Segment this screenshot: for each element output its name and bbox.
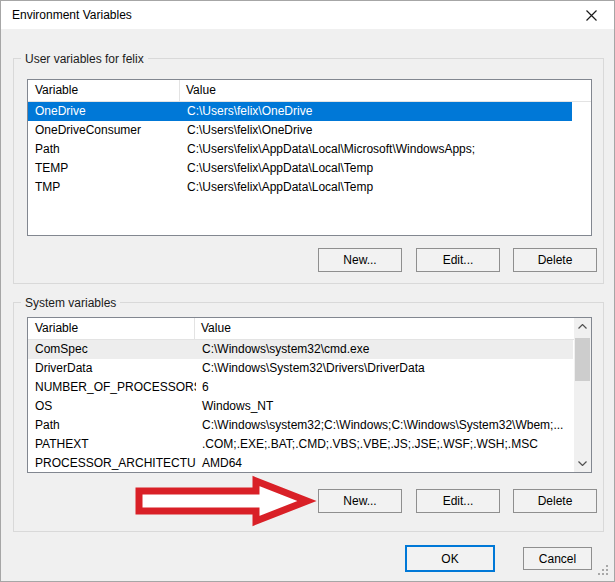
table-body: ComSpec C:\Windows\system32\cmd.exe Driv…: [28, 340, 591, 473]
close-button[interactable]: [569, 1, 614, 29]
scroll-down-button[interactable]: [574, 455, 591, 472]
chevron-down-icon: [578, 461, 587, 466]
user-variables-group-label: User variables for felix: [21, 52, 148, 66]
variable-cell: Path: [28, 140, 181, 159]
value-cell: C:\Users\felix\AppData\Local\Temp: [181, 178, 572, 197]
variable-cell: PATHEXT: [28, 435, 196, 454]
variable-cell: PROCESSOR_ARCHITECTURE: [28, 454, 196, 473]
column-header-value[interactable]: Value: [180, 80, 591, 101]
vertical-scrollbar[interactable]: [574, 318, 591, 472]
user-variables-table: Variable Value OneDrive C:\Users\felix\O…: [27, 79, 592, 236]
variable-cell: NUMBER_OF_PROCESSORS: [28, 378, 196, 397]
table-row[interactable]: Path C:\Users\felix\AppData\Local\Micros…: [28, 140, 572, 159]
table-row[interactable]: TMP C:\Users\felix\AppData\Local\Temp: [28, 178, 572, 197]
table-row[interactable]: Path C:\Windows\system32;C:\Windows;C:\W…: [28, 416, 573, 435]
title-bar: Environment Variables: [1, 1, 614, 29]
system-variables-table: Variable Value ComSpec C:\Windows\system…: [27, 317, 592, 473]
system-delete-button[interactable]: Delete: [513, 489, 597, 513]
cancel-button[interactable]: Cancel: [523, 547, 592, 570]
ok-button[interactable]: OK: [405, 545, 495, 572]
close-icon: [586, 10, 597, 21]
value-cell: Windows_NT: [196, 397, 573, 416]
value-cell: C:\Windows\system32\cmd.exe: [196, 340, 573, 359]
value-cell: AMD64: [196, 454, 573, 473]
table-row[interactable]: ComSpec C:\Windows\system32\cmd.exe: [28, 340, 573, 359]
table-row[interactable]: DriverData C:\Windows\System32\Drivers\D…: [28, 359, 573, 378]
table-header: Variable Value: [28, 80, 591, 102]
window-title: Environment Variables: [12, 1, 132, 29]
system-edit-button[interactable]: Edit...: [416, 489, 500, 513]
resize-grip[interactable]: [596, 563, 609, 576]
variable-cell: ComSpec: [28, 340, 196, 359]
system-new-button[interactable]: New...: [318, 489, 402, 513]
table-row[interactable]: NUMBER_OF_PROCESSORS 6: [28, 378, 573, 397]
table-header: Variable Value: [28, 318, 591, 340]
table-body: OneDrive C:\Users\felix\OneDrive OneDriv…: [28, 102, 591, 197]
table-row[interactable]: PATHEXT .COM;.EXE;.BAT;.CMD;.VBS;.VBE;.J…: [28, 435, 573, 454]
table-row[interactable]: OneDrive C:\Users\felix\OneDrive: [28, 102, 572, 121]
value-cell: C:\Users\felix\AppData\Local\Microsoft\W…: [181, 140, 572, 159]
variable-cell: OneDriveConsumer: [28, 121, 181, 140]
system-variables-group-label: System variables: [21, 296, 120, 310]
variable-cell: DriverData: [28, 359, 196, 378]
value-cell: 6: [196, 378, 573, 397]
variable-cell: OS: [28, 397, 196, 416]
variable-cell: TEMP: [28, 159, 181, 178]
user-delete-button[interactable]: Delete: [513, 248, 597, 272]
scroll-up-button[interactable]: [574, 318, 591, 335]
user-new-button[interactable]: New...: [318, 248, 402, 272]
variable-cell: TMP: [28, 178, 181, 197]
table-row[interactable]: PROCESSOR_ARCHITECTURE AMD64: [28, 454, 573, 473]
variable-cell: Path: [28, 416, 196, 435]
column-header-variable[interactable]: Variable: [28, 80, 180, 101]
chevron-up-icon: [578, 324, 587, 329]
column-header-variable[interactable]: Variable: [28, 318, 195, 339]
value-cell: C:\Windows\system32;C:\Windows;C:\Window…: [196, 416, 573, 435]
table-row[interactable]: OS Windows_NT: [28, 397, 573, 416]
variable-cell: OneDrive: [28, 102, 181, 121]
value-cell: C:\Users\felix\AppData\Local\Temp: [181, 159, 572, 178]
column-header-value[interactable]: Value: [195, 318, 591, 339]
value-cell: .COM;.EXE;.BAT;.CMD;.VBS;.VBE;.JS;.JSE;.…: [196, 435, 573, 454]
table-row[interactable]: TEMP C:\Users\felix\AppData\Local\Temp: [28, 159, 572, 178]
value-cell: C:\Windows\System32\Drivers\DriverData: [196, 359, 573, 378]
value-cell: C:\Users\felix\OneDrive: [181, 102, 572, 121]
table-row[interactable]: OneDriveConsumer C:\Users\felix\OneDrive: [28, 121, 572, 140]
user-edit-button[interactable]: Edit...: [416, 248, 500, 272]
value-cell: C:\Users\felix\OneDrive: [181, 121, 572, 140]
environment-variables-dialog: Environment Variables User variables for…: [0, 0, 615, 582]
scrollbar-thumb[interactable]: [575, 338, 590, 381]
